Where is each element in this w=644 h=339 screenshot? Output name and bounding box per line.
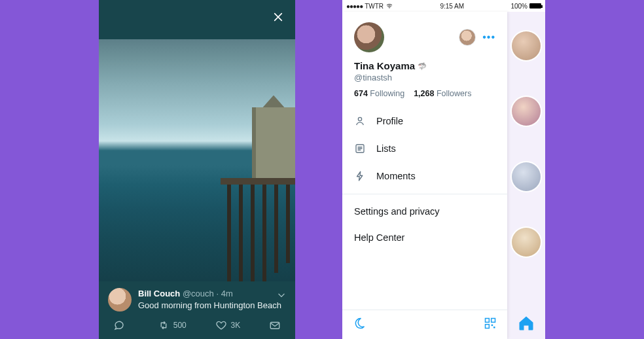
author-avatar[interactable] [108, 288, 132, 312]
tweet-text: Good morning from Huntington Beach [138, 300, 286, 312]
svg-rect-6 [492, 325, 493, 327]
clock: 9:15 AM [440, 3, 464, 10]
meta-separator: · [216, 289, 219, 298]
nav-drawer: ••• Tina Koyama 🦈 @tinastsh 674 Followin… [342, 12, 507, 339]
home-tab[interactable] [517, 314, 535, 332]
phone-tweet-view: Bill Couch @couch · 4m Good morning from… [99, 0, 295, 339]
retweet-icon [158, 319, 170, 331]
svg-point-1 [358, 117, 361, 120]
menu-separator [342, 194, 507, 194]
feed-avatar[interactable] [512, 228, 541, 257]
drawer-menu: Profile Lists Moments Settings and priva… [342, 107, 507, 251]
moments-icon [354, 170, 366, 182]
feed-avatar[interactable] [512, 31, 541, 60]
svg-rect-3 [486, 319, 490, 323]
tweet-photo[interactable] [99, 39, 295, 281]
menu-item-settings[interactable]: Settings and privacy [342, 198, 507, 224]
svg-rect-4 [492, 319, 495, 323]
expand-button[interactable] [277, 291, 286, 302]
account-switch-avatar[interactable] [459, 29, 476, 46]
profile-handle[interactable]: @tinastsh [354, 73, 495, 82]
menu-item-lists[interactable]: Lists [342, 135, 507, 162]
author-name[interactable]: Bill Couch [138, 289, 180, 298]
status-bar: ●●●●● TWTR 9:15 AM 100% [342, 0, 545, 12]
wifi-icon [385, 3, 393, 9]
night-mode-button[interactable] [353, 317, 366, 332]
tweet-view-topbar [99, 0, 295, 39]
tweet-time: 4m [221, 289, 233, 298]
feed-avatar[interactable] [512, 97, 541, 126]
tweet-actions: 500 3K [99, 315, 295, 339]
menu-item-profile[interactable]: Profile [342, 107, 507, 135]
menu-item-moments[interactable]: Moments [342, 162, 507, 190]
following-stat[interactable]: 674 Following [354, 89, 404, 98]
signal-indicator: ●●●●● [346, 3, 363, 10]
home-icon [517, 314, 535, 332]
moon-icon [353, 317, 366, 330]
close-icon [273, 12, 283, 22]
chevron-down-icon [277, 291, 286, 300]
menu-item-help[interactable]: Help Center [342, 224, 507, 251]
reply-icon [113, 319, 125, 331]
name-emoji: 🦈 [418, 62, 427, 71]
battery-icon [529, 3, 541, 9]
author-handle[interactable]: @couch [183, 289, 214, 298]
carrier-label: TWTR [365, 3, 384, 10]
retweet-count: 500 [173, 321, 187, 330]
qr-code-button[interactable] [484, 317, 497, 332]
menu-label: Lists [376, 143, 396, 154]
menu-label: Profile [376, 116, 403, 126]
retweet-button[interactable]: 500 [158, 319, 187, 331]
person-icon [354, 115, 366, 127]
svg-rect-0 [270, 323, 279, 329]
svg-rect-7 [493, 327, 495, 329]
share-button[interactable] [269, 319, 281, 331]
close-button[interactable] [269, 8, 287, 26]
svg-rect-5 [486, 325, 490, 329]
menu-label: Help Center [354, 232, 404, 243]
menu-label: Settings and privacy [354, 206, 440, 217]
feed-peek [507, 12, 545, 339]
battery-pct: 100% [510, 3, 528, 10]
list-icon [354, 143, 366, 154]
like-count: 3K [231, 321, 241, 330]
qr-icon [484, 317, 497, 330]
feed-avatar[interactable] [512, 162, 541, 191]
tweet-caption: Bill Couch @couch · 4m Good morning from… [99, 281, 295, 315]
envelope-icon [269, 319, 281, 331]
accounts-more-button[interactable]: ••• [482, 33, 495, 42]
reply-button[interactable] [113, 319, 129, 331]
like-button[interactable]: 3K [215, 319, 241, 331]
menu-label: Moments [376, 171, 416, 181]
followers-stat[interactable]: 1,268 Followers [414, 89, 471, 98]
drawer-footer [342, 310, 507, 339]
profile-name[interactable]: Tina Koyama [354, 60, 415, 71]
profile-avatar[interactable] [354, 22, 384, 52]
phone-drawer-view: ●●●●● TWTR 9:15 AM 100% ••• [342, 0, 545, 339]
heart-icon [215, 319, 227, 331]
